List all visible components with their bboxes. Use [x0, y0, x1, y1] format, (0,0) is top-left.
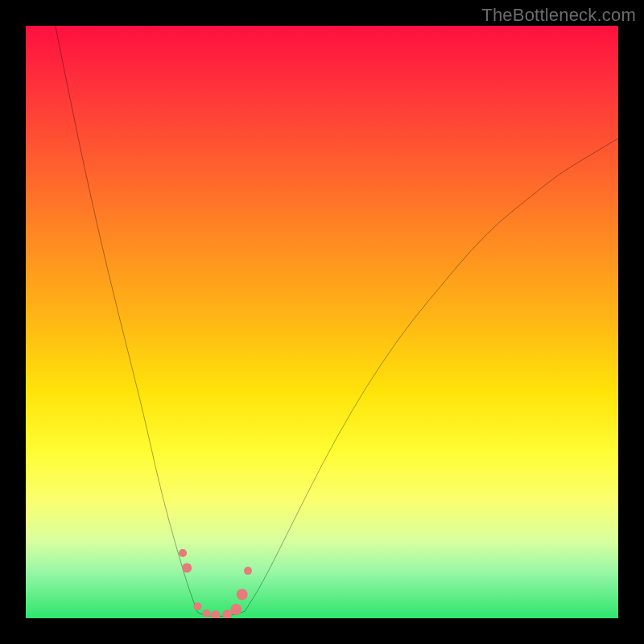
- outer-frame: TheBottleneck.com: [0, 0, 644, 644]
- marker-dot: [210, 610, 220, 618]
- curve-layer: [26, 26, 618, 618]
- marker-dot: [179, 549, 187, 557]
- marker-layer: [179, 549, 252, 618]
- marker-dot: [193, 602, 201, 610]
- marker-dot: [230, 604, 242, 615]
- bottleneck-curve: [56, 26, 618, 617]
- marker-dot: [222, 610, 232, 618]
- marker-dot: [202, 609, 210, 617]
- watermark-text: TheBottleneck.com: [481, 5, 636, 26]
- plot-area: [26, 26, 618, 618]
- marker-dot: [182, 563, 192, 572]
- marker-dot: [244, 567, 252, 575]
- marker-dot: [237, 589, 248, 601]
